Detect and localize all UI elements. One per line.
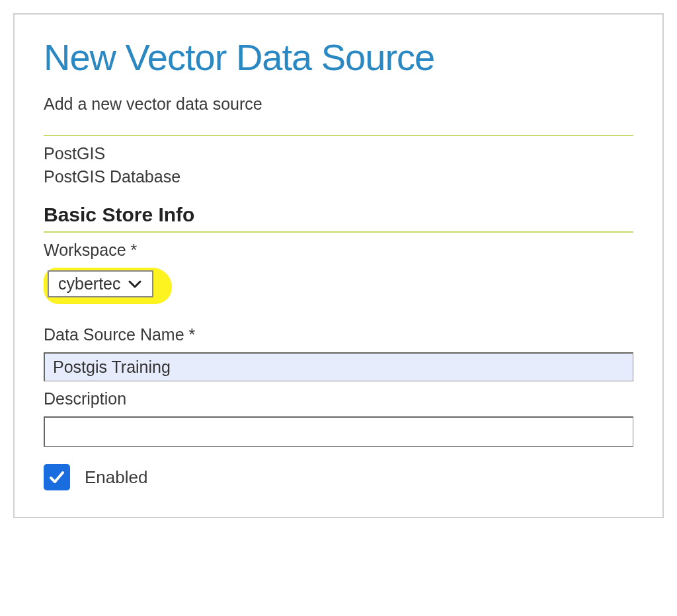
page-title: New Vector Data Source: [44, 36, 633, 79]
description-label: Description: [44, 389, 633, 408]
data-source-name-label: Data Source Name *: [44, 325, 633, 344]
chevron-down-icon: [128, 280, 141, 289]
workspace-label: Workspace *: [44, 241, 633, 260]
divider: [44, 135, 633, 136]
enabled-label: Enabled: [85, 467, 147, 488]
description-input[interactable]: [44, 416, 633, 447]
page-subtitle: Add a new vector data source: [44, 95, 633, 114]
workspace-select[interactable]: cybertec: [48, 270, 153, 297]
store-type-description: PostGIS Database: [44, 167, 633, 186]
enabled-row: Enabled: [44, 464, 633, 490]
divider: [44, 231, 633, 233]
section-heading-basic-store-info: Basic Store Info: [44, 204, 633, 226]
store-type-name: PostGIS: [44, 144, 633, 163]
new-data-source-panel: New Vector Data Source Add a new vector …: [13, 13, 664, 518]
workspace-highlight: cybertec: [44, 268, 172, 304]
workspace-selected-value: cybertec: [58, 274, 120, 293]
data-source-name-input[interactable]: [44, 352, 633, 381]
enabled-checkbox[interactable]: [44, 464, 70, 490]
